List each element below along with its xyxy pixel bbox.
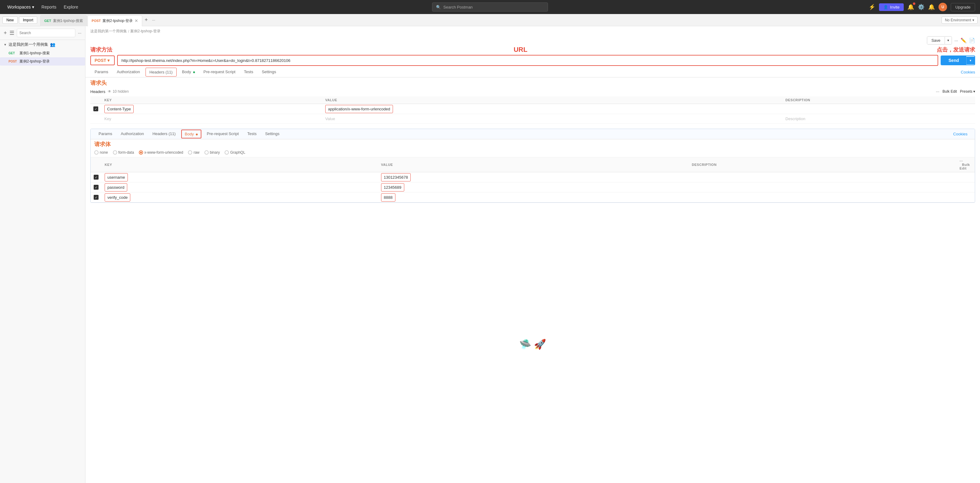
method-selector[interactable]: POST ▾ bbox=[90, 56, 115, 65]
search-bar[interactable]: 🔍 Search Postman bbox=[432, 2, 548, 11]
url-input[interactable] bbox=[117, 55, 938, 66]
breadcrumb-collection[interactable]: 这是我的第一个用例集 bbox=[90, 29, 127, 34]
send-button-group[interactable]: Send ▾ bbox=[941, 56, 975, 65]
row1-value[interactable]: application/x-www-form-urlencoded bbox=[325, 105, 393, 113]
tab-settings[interactable]: Settings bbox=[258, 67, 280, 77]
eye-icon: 👁 bbox=[108, 89, 111, 94]
body-row2-value-cell: 12345689 bbox=[378, 182, 689, 192]
environment-selector[interactable]: No Environment ▾ bbox=[942, 16, 978, 24]
empty-desc-placeholder[interactable]: Description bbox=[785, 116, 805, 121]
body-row2-key[interactable]: password bbox=[105, 183, 127, 192]
body-tab-headers[interactable]: Headers (11) bbox=[148, 129, 180, 139]
body-row3-checkbox[interactable]: ✓ bbox=[94, 195, 99, 200]
collection-header[interactable]: ▼ 这是我的第一个用例集 👥 bbox=[0, 40, 85, 49]
headers-more-icon[interactable]: ··· bbox=[936, 89, 939, 94]
body-row-3: ✓ verify_code 8888 bbox=[91, 192, 975, 202]
tab-authorization[interactable]: Authorization bbox=[113, 67, 144, 77]
explore-link[interactable]: Explore bbox=[61, 3, 81, 11]
tab-get-request[interactable]: GET 案例1-tpshop-搜索 bbox=[40, 15, 87, 26]
body-tab-params[interactable]: Params bbox=[94, 129, 116, 139]
sidebar-item-get[interactable]: GET 案例1-tpshop-搜索 bbox=[0, 49, 85, 57]
avatar[interactable]: U bbox=[939, 3, 947, 11]
reports-link[interactable]: Reports bbox=[39, 3, 59, 11]
item1-method: GET bbox=[8, 51, 17, 55]
header-row-empty: Key Value Description bbox=[90, 114, 975, 124]
tab-post-request[interactable]: POST 案例2-tpshop-登录 ✕ bbox=[88, 15, 142, 26]
search-placeholder: Search Postman bbox=[443, 5, 473, 10]
send-dropdown-icon[interactable]: ▾ bbox=[966, 57, 975, 64]
body-col-check bbox=[91, 157, 102, 172]
status-icon[interactable]: ⚡ bbox=[869, 4, 875, 10]
radio-binary[interactable]: binary bbox=[204, 150, 220, 154]
tab-headers[interactable]: Headers (11) bbox=[146, 68, 177, 76]
import-button[interactable]: Import bbox=[19, 16, 37, 24]
sidebar-search-input[interactable] bbox=[17, 29, 76, 37]
radio-urlencoded[interactable]: x-www-form-urlencoded bbox=[139, 150, 183, 154]
body-row1-checkbox-cell: ✓ bbox=[91, 172, 102, 182]
doc-icon[interactable]: 📄 bbox=[969, 38, 975, 43]
body-row2-checkbox[interactable]: ✓ bbox=[94, 185, 99, 190]
tab2-close-icon[interactable]: ✕ bbox=[135, 19, 138, 23]
presets-button[interactable]: Presets ▾ bbox=[960, 89, 975, 94]
new-button[interactable]: New bbox=[2, 16, 18, 24]
save-dropdown-icon[interactable]: ▾ bbox=[945, 37, 951, 44]
radio-formdata[interactable]: form-data bbox=[113, 150, 134, 154]
body-row1-value-cell: 13012345678 bbox=[378, 172, 689, 182]
radio-urlencoded-dot bbox=[139, 150, 143, 154]
radio-raw[interactable]: raw bbox=[188, 150, 199, 154]
sidebar-list-icon[interactable]: ☰ bbox=[10, 30, 14, 36]
tab-prerequest[interactable]: Pre-request Script bbox=[199, 67, 240, 77]
body-row1-key[interactable]: username bbox=[105, 173, 128, 181]
send-button[interactable]: Send bbox=[941, 56, 966, 65]
tab-body[interactable]: Body bbox=[178, 67, 199, 77]
body-tab-authorization[interactable]: Authorization bbox=[116, 129, 148, 139]
sidebar-add-icon[interactable]: + bbox=[4, 30, 7, 36]
breadcrumb-request[interactable]: 案例2-tpshop-登录 bbox=[130, 29, 161, 34]
tab-params[interactable]: Params bbox=[90, 67, 113, 77]
upgrade-button[interactable]: Upgrade bbox=[951, 3, 975, 11]
save-button[interactable]: Save bbox=[927, 37, 945, 44]
body-tab-body[interactable]: Body bbox=[181, 130, 201, 138]
bulk-edit-button[interactable]: Bulk Edit bbox=[942, 89, 957, 94]
body-row2-value[interactable]: 12345689 bbox=[381, 183, 404, 192]
body-row3-key[interactable]: verify_code bbox=[105, 193, 130, 202]
invite-button[interactable]: 👤 Invite bbox=[879, 3, 904, 11]
top-nav: Workspaces ▾ Reports Explore 🔍 Search Po… bbox=[0, 0, 980, 14]
body-dot-icon bbox=[193, 71, 195, 73]
notifications-icon[interactable]: 🔔 bbox=[907, 4, 914, 10]
action-more-icon[interactable]: ··· bbox=[955, 38, 958, 43]
settings-icon[interactable]: ⚙️ bbox=[918, 4, 924, 10]
save-button-group[interactable]: Save ▾ bbox=[927, 36, 952, 44]
body-row1-value[interactable]: 13012345678 bbox=[381, 173, 411, 181]
row1-checkbox[interactable]: ✓ bbox=[93, 106, 98, 111]
illustration-icon: 🛸 🚀 bbox=[519, 338, 546, 350]
body-cookies-link[interactable]: Cookies bbox=[953, 132, 971, 136]
annotation-header-label: 请求头 bbox=[90, 80, 107, 86]
empty-value-placeholder[interactable]: Value bbox=[325, 116, 335, 121]
body-tab-tests[interactable]: Tests bbox=[243, 129, 261, 139]
env-chevron-icon: ▾ bbox=[972, 18, 974, 22]
body-row1-checkbox[interactable]: ✓ bbox=[94, 175, 99, 180]
row1-key[interactable]: Content-Type bbox=[104, 105, 134, 113]
cookies-link[interactable]: Cookies bbox=[961, 70, 975, 75]
body-tab-settings[interactable]: Settings bbox=[261, 129, 284, 139]
bell-icon[interactable]: 🔔 bbox=[928, 4, 935, 10]
workspaces-menu[interactable]: Workspaces ▾ bbox=[5, 3, 37, 11]
radio-none[interactable]: none bbox=[94, 150, 108, 154]
radio-graphql[interactable]: GraphQL bbox=[224, 150, 245, 154]
body-row3-value[interactable]: 8888 bbox=[381, 193, 395, 202]
sidebar-item-post[interactable]: POST 案例2-tpshop-登录 bbox=[0, 57, 85, 65]
body-tab-prerequest[interactable]: Pre-request Script bbox=[203, 129, 243, 139]
row1-key-cell: Content-Type bbox=[101, 104, 322, 114]
radio-binary-dot bbox=[204, 150, 209, 154]
body-row1-desc bbox=[689, 172, 956, 182]
annotation-body-label: 请求体 bbox=[94, 141, 111, 147]
tab2-name: 案例2-tpshop-登录 bbox=[102, 18, 133, 24]
add-tab-icon[interactable]: + bbox=[143, 17, 150, 23]
edit-icon[interactable]: ✏️ bbox=[961, 38, 967, 43]
hidden-badge[interactable]: 👁 10 hidden bbox=[108, 89, 129, 94]
tabs-more-icon[interactable]: ··· bbox=[150, 18, 157, 22]
tab-tests[interactable]: Tests bbox=[240, 67, 258, 77]
sidebar-more-icon[interactable]: ··· bbox=[78, 30, 81, 35]
empty-key-placeholder[interactable]: Key bbox=[104, 116, 111, 121]
